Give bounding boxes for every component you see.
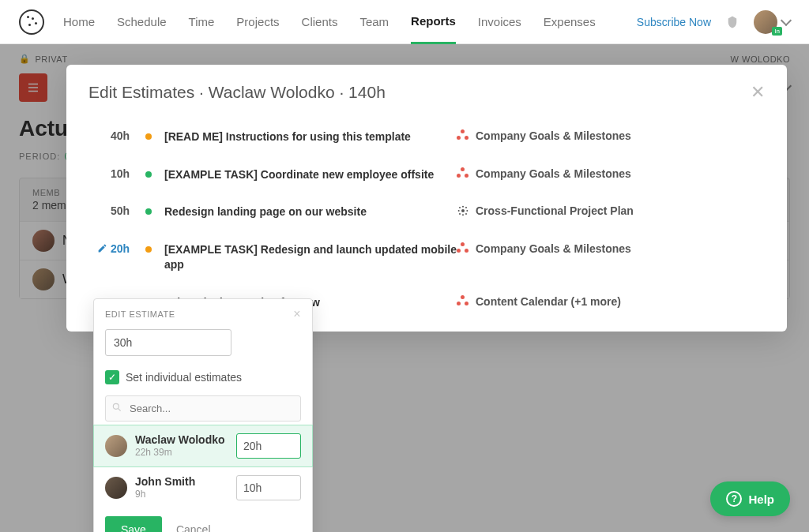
task-name: Redesign landing page on our website xyxy=(164,204,457,220)
task-name: [EXAMPLE TASK] Redesign and launch updat… xyxy=(164,242,457,273)
nav-link-team[interactable]: Team xyxy=(359,1,389,43)
cancel-button[interactable]: Cancel xyxy=(176,523,211,532)
member-estimate-row[interactable]: John Smith9h xyxy=(94,467,312,508)
nav-link-home[interactable]: Home xyxy=(63,1,95,43)
member-hours-logged: 22h 39m xyxy=(135,447,228,458)
status-dot-icon xyxy=(145,133,152,140)
svg-point-6 xyxy=(458,210,460,212)
estimate-hours[interactable]: 10h xyxy=(88,167,130,180)
project-label[interactable]: Company Goals & Milestones xyxy=(457,167,631,180)
project-name: Content Calendar (+1 more) xyxy=(476,295,621,308)
member-name: Waclaw Wolodko xyxy=(135,433,228,447)
individual-estimates-toggle[interactable]: ✓ Set individual estimates xyxy=(94,362,312,392)
estimate-row[interactable]: 50hRedesign landing page on our websiteC… xyxy=(88,193,765,231)
nav-link-reports[interactable]: Reports xyxy=(411,0,456,44)
nav-links: HomeScheduleTimeProjectsClientsTeamRepor… xyxy=(63,0,637,43)
svg-line-13 xyxy=(119,409,121,411)
svg-point-12 xyxy=(113,403,119,409)
nav-link-schedule[interactable]: Schedule xyxy=(117,1,167,43)
project-plan-icon xyxy=(457,204,469,217)
estimate-row[interactable]: 20h[EXAMPLE TASK] Redesign and launch up… xyxy=(88,231,765,284)
goals-icon xyxy=(457,129,469,142)
nav-link-invoices[interactable]: Invoices xyxy=(478,1,521,43)
svg-point-3 xyxy=(461,209,465,212)
member-hours-logged: 9h xyxy=(135,489,228,500)
chevron-down-icon xyxy=(781,14,792,25)
checkbox-label: Set individual estimates xyxy=(126,371,242,384)
project-name: Company Goals & Milestones xyxy=(476,129,631,142)
avatar xyxy=(105,477,127,499)
estimate-hours[interactable]: 20h xyxy=(88,242,130,255)
nav-link-time[interactable]: Time xyxy=(189,1,215,43)
search-icon xyxy=(111,402,122,413)
app-logo-icon[interactable] xyxy=(19,9,44,35)
status-dot-icon xyxy=(145,171,152,178)
top-nav: HomeScheduleTimeProjectsClientsTeamRepor… xyxy=(0,0,809,44)
subscribe-link[interactable]: Subscribe Now xyxy=(637,16,711,28)
member-estimate-row[interactable]: Waclaw Wolodko22h 39m xyxy=(93,425,313,467)
member-estimate-input[interactable] xyxy=(236,475,301,500)
avatar xyxy=(105,435,127,457)
estimate-hours[interactable]: 50h xyxy=(88,204,130,217)
user-status-badge: In xyxy=(772,27,782,36)
edit-estimate-popover: EDIT ESTIMATE × ✓ Set individual estimat… xyxy=(93,298,313,532)
member-name: John Smith xyxy=(135,475,228,489)
close-icon[interactable]: × xyxy=(293,307,301,321)
help-icon: ? xyxy=(726,491,742,507)
task-name: [EXAMPLE TASK] Coordinate new employee o… xyxy=(164,167,457,183)
user-menu[interactable]: In xyxy=(754,10,790,34)
member-estimate-input[interactable] xyxy=(236,433,301,459)
save-button[interactable]: Save xyxy=(105,516,162,532)
svg-point-5 xyxy=(462,215,464,216)
svg-point-10 xyxy=(459,213,461,215)
modal-title: Edit Estimates · Waclaw Wolodko · 140h xyxy=(88,83,386,102)
estimate-row[interactable]: 10h[EXAMPLE TASK] Coordinate new employe… xyxy=(88,156,765,194)
help-label: Help xyxy=(748,493,774,506)
nav-link-expenses[interactable]: Expenses xyxy=(544,1,596,43)
project-label[interactable]: Company Goals & Milestones xyxy=(457,242,631,255)
help-button[interactable]: ? Help xyxy=(710,481,790,516)
edit-estimates-modal: Edit Estimates · Waclaw Wolodko · 140h ✕… xyxy=(66,65,787,332)
estimate-total-input[interactable] xyxy=(105,329,231,356)
checkbox-icon: ✓ xyxy=(105,370,119,384)
pencil-icon xyxy=(97,243,107,253)
svg-point-4 xyxy=(462,206,464,208)
status-dot-icon xyxy=(145,208,152,215)
project-label[interactable]: Cross-Functional Project Plan xyxy=(457,204,634,217)
nav-link-projects[interactable]: Projects xyxy=(236,1,279,43)
project-name: Company Goals & Milestones xyxy=(476,242,631,255)
task-name: [READ ME] Instructions for using this te… xyxy=(164,129,457,145)
svg-point-9 xyxy=(465,207,467,208)
estimate-row[interactable]: 40h[READ ME] Instructions for using this… xyxy=(88,118,765,156)
nav-link-clients[interactable]: Clients xyxy=(302,1,338,43)
svg-point-11 xyxy=(465,213,467,215)
notifications-icon[interactable] xyxy=(725,15,739,29)
project-name: Company Goals & Milestones xyxy=(476,167,631,180)
goals-icon xyxy=(457,295,469,308)
member-search-input[interactable] xyxy=(105,395,301,421)
goals-icon xyxy=(457,167,469,180)
goals-icon xyxy=(457,242,469,255)
estimates-list: 40h[READ ME] Instructions for using this… xyxy=(66,111,787,322)
popover-title: EDIT ESTIMATE xyxy=(105,309,175,319)
project-name: Cross-Functional Project Plan xyxy=(476,204,634,217)
svg-point-7 xyxy=(466,210,468,212)
svg-point-8 xyxy=(459,207,461,208)
close-icon[interactable]: ✕ xyxy=(751,82,765,103)
estimate-hours[interactable]: 40h xyxy=(88,129,130,142)
project-label[interactable]: Company Goals & Milestones xyxy=(457,129,631,142)
project-label[interactable]: Content Calendar (+1 more) xyxy=(457,295,621,308)
status-dot-icon xyxy=(145,246,152,253)
